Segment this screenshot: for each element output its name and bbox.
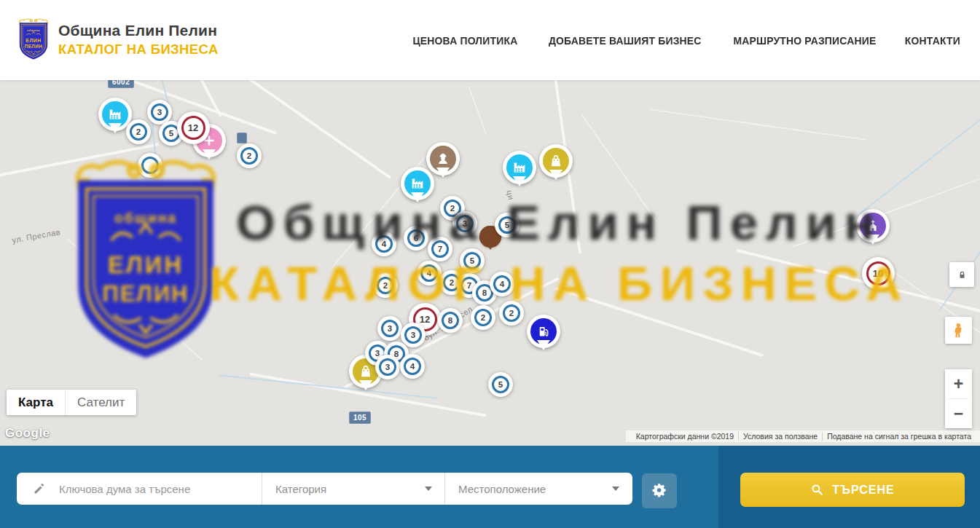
fuel-icon [530,318,557,344]
nav-item-1[interactable]: ЦЕНОВА ПОЛИТИКА [413,34,518,47]
cluster-marker-2[interactable]: 2 [499,301,524,326]
pin-marker-worker[interactable] [426,142,460,176]
cluster-marker-3[interactable]: 3 [375,355,400,379]
cluster-marker-4[interactable]: 4 [490,272,514,296]
watermark-logo [61,155,230,366]
attribution-terms-link[interactable]: Условия за ползване [738,432,822,441]
cluster-marker-4[interactable]: 4 [372,232,396,256]
cluster-marker-7[interactable]: 7 [428,237,452,261]
road-line [468,86,487,134]
street-label: ул. Преслав [11,227,60,245]
pin-marker-factory[interactable] [401,167,434,200]
zoom-control: + − [945,369,972,428]
cluster-count: 2 [377,277,394,294]
pin-marker-shopping-bag[interactable] [539,144,573,178]
category-label: Категория [275,483,326,495]
keyword-input[interactable] [58,482,240,496]
keyword-section[interactable] [17,473,262,505]
watermark-title: Община Елин Пелин [117,195,980,251]
cluster-count: 2 [240,147,258,165]
page: Община Елин Пелин КАТАЛОГ НА БИЗНЕСА ЦЕН… [0,0,980,528]
site-title: Община Елин Пелин [58,22,219,39]
zoom-in-button[interactable]: + [945,369,972,398]
factory-icon [404,170,431,197]
cluster-marker-3[interactable]: 3 [452,211,477,236]
cluster-count [141,157,159,174]
map-type-satellite-button[interactable]: Сателит [65,390,136,415]
cluster-count: 3 [381,320,399,337]
cluster-count: 8 [442,312,459,329]
cluster-count: 7 [431,240,449,258]
map-attribution: Картографски данни ©2019 Условия за полз… [626,430,980,442]
cluster-marker-8[interactable]: 8 [438,308,463,333]
pin-marker-church[interactable] [856,209,890,243]
map-type-map-button[interactable]: Карта [7,390,65,415]
search-icon [810,483,824,497]
pegman-button[interactable] [945,317,972,344]
road-line [649,109,866,141]
road-line [581,114,658,223]
search-pill: Категория Местоположение [17,473,632,505]
shopping-bag-icon [543,148,569,174]
cluster-marker-12[interactable]: 12 [177,111,210,144]
worker-icon [430,146,456,172]
cluster-count: 3 [456,215,474,232]
cluster-marker-3[interactable]: 3 [377,316,402,341]
search-button-label: ТЪРСЕНЕ [832,484,894,497]
cluster-marker-3[interactable]: 3 [401,323,426,347]
cluster-marker-6[interactable]: 6 [404,226,428,251]
road-shield: 105 [349,411,371,424]
location-dropdown[interactable]: Местоположение [445,473,632,505]
search-bar: ТЪРСЕНЕ Категория Местоположение [0,446,980,528]
cluster-marker-2[interactable]: 2 [373,273,398,298]
road-line [0,143,159,178]
cluster-marker-5[interactable]: 5 [460,248,485,273]
category-dropdown[interactable]: Категория [262,473,445,505]
cluster-count: 4 [420,264,438,282]
cluster-marker-5[interactable]: 5 [495,213,520,237]
brand[interactable]: Община Елин Пелин КАТАЛОГ НА БИЗНЕСА [16,17,219,62]
factory-icon [102,101,128,127]
cluster-count: 4 [493,275,511,293]
caret-down-icon [612,486,619,491]
location-label: Местоположение [458,483,546,495]
attribution-report-link[interactable]: Подаване на сигнал за грешка в картата [822,432,976,441]
cluster-marker-4[interactable]: 4 [417,261,442,285]
cluster-marker[interactable] [138,153,162,178]
waterway-line [843,109,980,227]
cluster-marker-2[interactable]: 2 [237,143,262,168]
cluster-count: 2 [474,309,492,326]
road-line [66,238,203,361]
settings-button[interactable] [642,473,677,508]
cluster-count: 5 [492,376,509,393]
cluster-marker-2[interactable]: 2 [471,305,495,330]
road-line [793,176,980,248]
pencil-icon [32,481,47,496]
zoom-out-button[interactable]: − [945,399,972,428]
cluster-count: 10 [866,261,890,285]
attribution-data-text: Картографски данни ©2019 [632,432,738,441]
cluster-count: 5 [498,216,516,234]
map-canvas[interactable]: ул. Преславбул. „Новоселци6002105 325122… [0,80,980,446]
nav-item-2[interactable]: ДОБАВЕТЕ ВАШИЯТ БИЗНЕС [549,34,702,47]
cluster-marker-5[interactable]: 5 [488,372,513,397]
cluster-marker-10[interactable]: 10 [862,257,895,290]
cluster-count: 6 [407,229,425,247]
lock-button[interactable] [949,262,974,287]
nav-item-4[interactable]: КОНТАКТИ [905,34,960,47]
cluster-count: 3 [404,326,422,344]
search-button[interactable]: ТЪРСЕНЕ [740,473,965,507]
pin-marker-fuel[interactable] [527,315,560,348]
municipality-logo-icon [16,17,51,62]
cluster-marker-4[interactable]: 4 [400,354,425,379]
road-line [555,287,764,358]
brand-text: Община Елин Пелин КАТАЛОГ НА БИЗНЕСА [58,22,219,58]
nav-item-3[interactable]: МАРШРУТНО РАЗПИСАНИЕ [734,34,877,47]
cluster-count: 12 [181,116,205,140]
pin-marker-factory[interactable] [503,151,536,184]
road-shield [237,133,247,143]
cluster-count: 5 [463,252,481,269]
pegman-icon [949,321,968,340]
google-logo[interactable]: Google [5,426,50,441]
cluster-marker-2[interactable]: 2 [126,119,151,144]
